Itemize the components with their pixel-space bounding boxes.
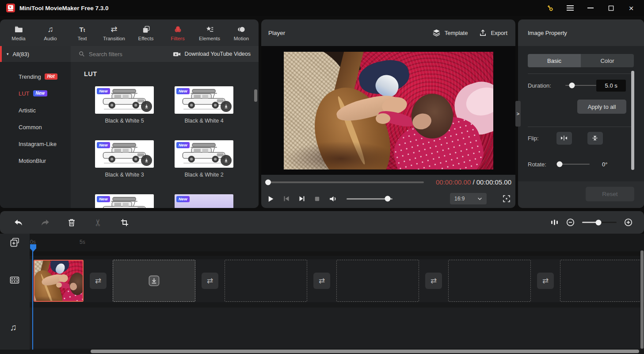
timeline-zoom-slider[interactable] <box>582 222 617 223</box>
title-bar: MiniTool MovieMaker Free 7.3.0 × <box>0 0 644 16</box>
transition-slot[interactable]: ⇄ <box>313 273 330 289</box>
stop-button[interactable] <box>314 196 320 202</box>
export-button[interactable]: Export <box>479 29 507 37</box>
search-input[interactable] <box>89 51 155 58</box>
sidebar-item-lut[interactable]: LUTNew <box>0 85 71 102</box>
maximize-button[interactable] <box>601 0 621 16</box>
maximize-icon <box>608 5 614 11</box>
download-filter-button[interactable] <box>221 155 232 166</box>
seek-bar[interactable] <box>267 181 424 183</box>
filter-category-dropdown[interactable]: ▾ All(83) <box>0 46 71 62</box>
duration-slider[interactable] <box>565 85 597 86</box>
filter-card[interactable]: New <box>95 194 154 208</box>
volume-button[interactable] <box>329 195 337 203</box>
transition-slot[interactable]: ⇄ <box>202 273 218 289</box>
playhead-handle[interactable] <box>30 244 36 252</box>
volume-slider[interactable] <box>347 198 392 200</box>
clip-placeholder[interactable] <box>448 260 531 302</box>
minimize-button[interactable] <box>580 0 601 16</box>
download-youtube-link[interactable]: Download YouTube Videos <box>173 51 251 58</box>
timeline-zoom-handle[interactable] <box>596 219 602 225</box>
filter-card[interactable]: NewBlack & White 4 <box>175 86 233 124</box>
properties-title: Image Property <box>518 19 644 46</box>
tab-effects[interactable]: Effects <box>130 19 162 46</box>
timeline-horizontal-scrollbar[interactable] <box>91 350 639 353</box>
transition-slot[interactable]: ⇄ <box>537 273 554 289</box>
timeline-clip[interactable] <box>34 260 84 302</box>
redo-button[interactable] <box>32 211 58 234</box>
previous-frame-button[interactable] <box>283 195 290 202</box>
split-button[interactable]: ✂ <box>85 211 111 234</box>
tab-elements[interactable]: Elements <box>194 19 225 46</box>
reset-button[interactable]: Reset <box>586 187 634 201</box>
fullscreen-button[interactable] <box>503 195 511 203</box>
clip-placeholder[interactable] <box>336 260 419 302</box>
duration-slider-handle[interactable] <box>569 83 575 88</box>
zoom-in-button[interactable] <box>624 218 633 227</box>
video-frame <box>284 52 493 169</box>
close-button[interactable]: × <box>621 0 641 16</box>
filter-card[interactable]: NewBlack & White 2 <box>175 140 233 178</box>
filters-scrollbar[interactable] <box>254 89 257 102</box>
transition-slot[interactable]: ⇄ <box>425 273 442 289</box>
flip-vertical-icon <box>592 135 598 141</box>
sidebar-item-motionblur[interactable]: MotionBlur <box>0 152 71 169</box>
triangle-down-icon: ▾ <box>7 52 9 56</box>
template-button[interactable]: Template <box>432 29 468 37</box>
aspect-ratio-dropdown[interactable]: 16:9 <box>450 193 487 204</box>
filter-thumbnail: New <box>175 140 233 168</box>
collapse-panel-handle[interactable]: > <box>515 101 521 127</box>
next-frame-button[interactable] <box>298 195 305 202</box>
timeline-vertical-scrollbar[interactable] <box>640 250 644 349</box>
media-panel: Media♫AudioTtText⇄TransitionEffectsFilte… <box>0 19 259 208</box>
filter-card[interactable]: New <box>175 194 233 208</box>
clip-placeholder[interactable] <box>113 260 195 302</box>
filter-thumbnail: New <box>95 140 154 168</box>
download-box-icon <box>148 275 160 287</box>
duration-value[interactable]: 5.0 s <box>596 80 626 92</box>
filters-list: LUT NewBlack & White 5NewBlack & White 4… <box>71 62 259 208</box>
tab-audio[interactable]: ♫Audio <box>34 19 66 46</box>
download-filter-button[interactable] <box>141 155 152 166</box>
fit-timeline-button[interactable] <box>550 219 559 226</box>
tab-media[interactable]: Media <box>3 19 34 46</box>
sidebar-item-trending[interactable]: TrendingHot <box>0 68 71 85</box>
undo-button[interactable] <box>5 211 32 234</box>
rotate-slider-handle[interactable] <box>557 162 563 167</box>
apply-to-all-button[interactable]: Apply to all <box>577 100 626 114</box>
download-filter-button[interactable] <box>221 101 232 112</box>
transition-slot[interactable]: ⇄ <box>90 273 107 289</box>
sidebar-item-common[interactable]: Common <box>0 119 71 135</box>
clip-placeholder[interactable] <box>560 260 643 302</box>
sidebar-item-artistic[interactable]: Artistic <box>0 102 71 119</box>
filter-card[interactable]: NewBlack & White 5 <box>95 86 154 124</box>
add-to-timeline-icon[interactable] <box>10 237 20 247</box>
properties-panel: Image Property Basic Color Duration: 5.0… <box>518 19 644 208</box>
crop-button[interactable] <box>111 211 138 234</box>
timeline: 0s 5s ♫ ⇄⇄⇄⇄⇄ <box>0 234 644 354</box>
chevron-right-icon: > <box>517 111 519 116</box>
download-filter-button[interactable] <box>141 101 152 112</box>
tab-basic[interactable]: Basic <box>528 54 581 67</box>
zoom-out-button[interactable] <box>566 218 575 227</box>
seek-handle[interactable] <box>265 179 271 185</box>
filter-thumbnail: New <box>175 194 233 208</box>
volume-handle[interactable] <box>385 196 390 202</box>
properties-scrollbar[interactable] <box>631 71 634 170</box>
rotate-slider[interactable] <box>558 164 590 165</box>
tab-text[interactable]: TtText <box>66 19 98 46</box>
play-button[interactable] <box>267 195 274 203</box>
tab-filters[interactable]: Filters <box>162 19 194 46</box>
sidebar-item-instagram-like[interactable]: Instagram-Like <box>0 135 71 152</box>
menu-button[interactable] <box>560 0 580 16</box>
license-key-button[interactable] <box>540 0 560 16</box>
clip-placeholder[interactable] <box>225 260 307 302</box>
tab-color[interactable]: Color <box>581 54 634 67</box>
tab-motion[interactable]: Motion <box>225 19 257 46</box>
delete-button[interactable] <box>58 211 85 234</box>
tab-transition[interactable]: ⇄Transition <box>98 19 130 46</box>
next-frame-icon <box>298 195 305 202</box>
flip-vertical-button[interactable] <box>587 132 603 145</box>
filter-card[interactable]: NewBlack & White 3 <box>95 140 154 178</box>
flip-horizontal-button[interactable] <box>556 132 572 145</box>
